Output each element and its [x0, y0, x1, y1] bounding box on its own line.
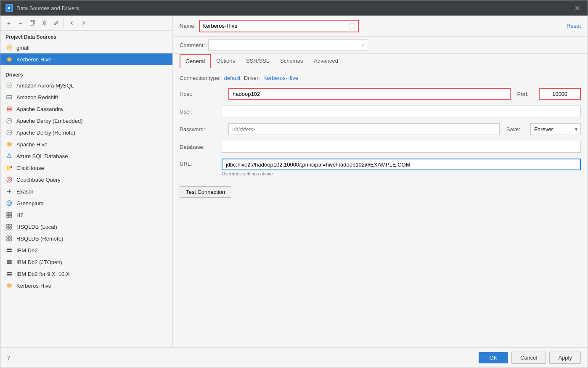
svg-rect-44	[7, 260, 12, 262]
test-connection-button[interactable]: Test Connection	[180, 186, 231, 198]
tab-advanced[interactable]: Advanced	[308, 54, 344, 68]
ibm-db2-label: IBM Db2	[16, 247, 38, 254]
svg-point-25	[8, 178, 11, 181]
detail-panel: Name: Reset Comment: ⤢ General Options	[173, 16, 588, 347]
copy-button[interactable]	[27, 18, 37, 28]
sidebar-item-kerberos-hive[interactable]: H Kerberos-Hive	[0, 53, 172, 65]
tab-content-general: Connection type: default Driver: Kerbero…	[173, 68, 588, 347]
user-row: User:	[180, 106, 581, 117]
sidebar-item-amazon-redshift[interactable]: Amazon Redshift	[0, 91, 172, 103]
apache-hive-label: Apache Hive	[16, 141, 48, 148]
sidebar-item-gmall[interactable]: DB gmall	[0, 42, 172, 53]
save-label: Save:	[506, 126, 520, 132]
h2-label: H2	[16, 212, 24, 218]
derby-emb-label: Apache Derby (Embedded)	[16, 118, 83, 124]
host-input[interactable]	[228, 88, 511, 100]
redshift-label: Amazon Redshift	[16, 94, 58, 101]
drivers-section-label: Drivers	[0, 69, 172, 79]
sidebar-item-apache-derby-emb[interactable]: Apache Derby (Embedded)	[0, 115, 172, 127]
cancel-button[interactable]: Cancel	[511, 352, 546, 364]
sidebar-item-hsqldb-local[interactable]: HSQLDB (Local)	[0, 221, 172, 233]
database-label: Database:	[180, 144, 222, 150]
svg-marker-48	[7, 283, 12, 288]
comment-input-container: ⤢	[208, 39, 368, 51]
driver-value[interactable]: Kerberos-Hive	[263, 75, 298, 81]
apache-hive-icon	[5, 140, 13, 148]
sidebar-item-exasol[interactable]: Exasol	[0, 185, 172, 197]
app-icon: P	[5, 4, 13, 12]
svg-point-15	[7, 109, 11, 111]
exasol-label: Exasol	[16, 188, 33, 195]
comment-input[interactable]	[211, 42, 361, 48]
close-button[interactable]: ✕	[572, 3, 583, 13]
reset-button[interactable]: Reset	[567, 23, 581, 29]
ok-button[interactable]: OK	[479, 352, 508, 363]
sidebar-item-apache-cassandra[interactable]: Apache Cassandra	[0, 103, 172, 115]
help-button[interactable]: ?	[7, 355, 11, 361]
sidebar-item-ibm-db2-9x[interactable]: IBM Db2 for 9.X, 10.X	[0, 268, 172, 280]
name-input[interactable]	[202, 23, 346, 29]
sidebar-item-kerberos-hive-drv[interactable]: Kerberos-Hive	[0, 280, 172, 291]
sidebar-item-greenplum[interactable]: Greenplum	[0, 197, 172, 209]
derby-rem-label: Apache Derby (Remote)	[16, 130, 75, 136]
hsqldb-local-label: HSQLDB (Local)	[16, 224, 57, 230]
forward-button[interactable]	[78, 18, 88, 28]
sidebar-item-ibm-db2[interactable]: IBM Db2	[0, 244, 172, 256]
database-input[interactable]	[222, 141, 581, 153]
svg-rect-38	[7, 236, 9, 238]
sidebar-item-amazon-aurora[interactable]: Amazon Aurora MySQL	[0, 79, 172, 91]
comment-row: Comment: ⤢	[173, 37, 588, 54]
cassandra-icon	[5, 105, 13, 113]
dialog-title: Data Sources and Drivers	[16, 5, 572, 11]
apply-button[interactable]: Apply	[549, 352, 581, 364]
sidebar-item-ibm-db2-jtopen[interactable]: IBM Db2 (JTOpen)	[0, 256, 172, 268]
clickhouse-icon	[5, 164, 13, 172]
svg-text:DB: DB	[8, 47, 12, 50]
add-button[interactable]: +	[4, 18, 14, 28]
name-status-circle	[349, 23, 355, 29]
clickhouse-label: ClickHouse	[16, 165, 44, 171]
back-button[interactable]	[66, 18, 77, 28]
password-input[interactable]	[228, 123, 500, 135]
save-select-container: Never Until restart Forever ▼	[530, 123, 581, 135]
detail-header: Name: Reset	[173, 16, 588, 37]
title-bar: P Data Sources and Drivers ✕	[0, 0, 588, 16]
svg-rect-42	[7, 249, 12, 250]
azure-label: Azure SQL Database	[16, 153, 68, 159]
connection-type-row: Connection type: default Driver: Kerbero…	[180, 75, 581, 81]
svg-point-29	[8, 202, 11, 204]
user-input[interactable]	[222, 106, 581, 117]
svg-rect-30	[7, 212, 9, 214]
port-input[interactable]	[539, 88, 581, 100]
edit-button[interactable]	[51, 18, 61, 28]
svg-rect-39	[10, 236, 12, 238]
name-input-container	[199, 20, 359, 32]
sidebar-item-hsqldb-remote[interactable]: HSQLDB (Remote)	[0, 233, 172, 244]
dialog-window: P Data Sources and Drivers ✕ + −	[0, 0, 588, 368]
svg-rect-40	[7, 239, 9, 241]
tab-options[interactable]: Options	[211, 54, 241, 68]
comment-label: Comment:	[180, 42, 205, 48]
sidebar-list: Project Data Sources DB gmall H	[0, 31, 172, 347]
url-input-container: Overrides settings above	[222, 159, 581, 176]
remove-button[interactable]: −	[16, 18, 26, 28]
url-input[interactable]	[222, 159, 581, 170]
sidebar-item-h2[interactable]: H2	[0, 209, 172, 221]
sidebar-item-apache-hive[interactable]: Apache Hive	[0, 138, 172, 150]
tab-schemas[interactable]: Schemas	[275, 54, 308, 68]
svg-rect-36	[7, 227, 9, 229]
tab-general[interactable]: General	[180, 54, 211, 68]
svg-rect-23	[11, 166, 12, 168]
sidebar-item-azure-sql[interactable]: Azure SQL Database	[0, 150, 172, 162]
sidebar-item-clickhouse[interactable]: ClickHouse	[0, 162, 172, 174]
svg-rect-31	[10, 212, 12, 214]
sidebar-toolbar: + −	[0, 16, 172, 31]
tab-ssh-ssl[interactable]: SSH/SSL	[241, 54, 275, 68]
expand-icon[interactable]: ⤢	[361, 42, 365, 48]
connection-type-value[interactable]: default	[224, 75, 241, 81]
save-select[interactable]: Never Until restart Forever	[530, 123, 581, 135]
sidebar-item-apache-derby-rem[interactable]: Apache Derby (Remote)	[0, 127, 172, 138]
sidebar-item-couchbase[interactable]: Couchbase Query	[0, 174, 172, 185]
settings-button[interactable]	[39, 18, 49, 28]
sidebar: + −	[0, 16, 173, 347]
